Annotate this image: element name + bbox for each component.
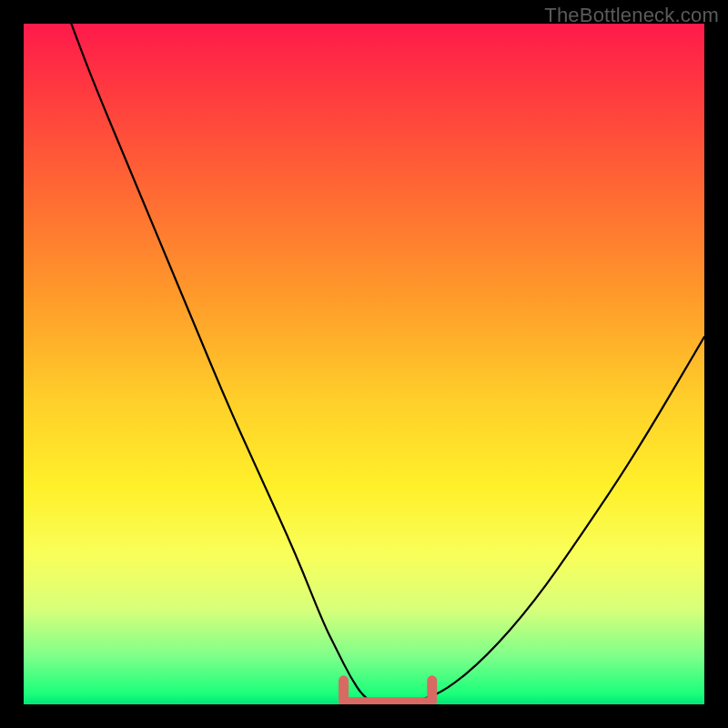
curve-svg [24, 24, 704, 704]
plot-area [24, 24, 704, 704]
watermark-text: TheBottleneck.com [544, 4, 719, 27]
bottleneck-curve [71, 24, 704, 704]
chart-frame: TheBottleneck.com [0, 0, 728, 728]
